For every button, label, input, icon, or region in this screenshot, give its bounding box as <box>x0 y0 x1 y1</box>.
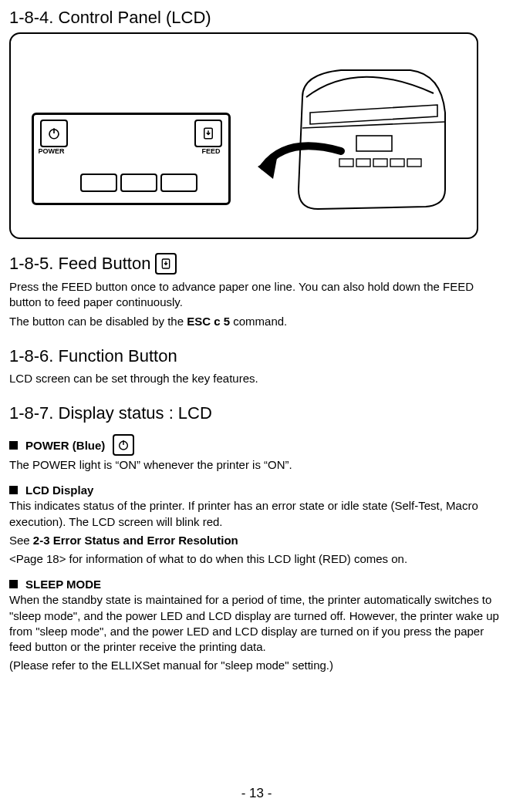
text-power: The POWER light is “ON” whenever the pri… <box>9 457 504 473</box>
paper-feed-icon <box>201 126 215 140</box>
printer-illustration <box>256 51 457 221</box>
bullet-square-icon <box>9 580 18 588</box>
text-185-2b: ESC c 5 <box>187 315 230 328</box>
figure-control-panel: POWER FEED <box>9 32 478 239</box>
bullet-power-title: POWER (Blue) <box>25 439 105 452</box>
text-185-2a: The button can be disabled by the <box>9 315 187 328</box>
power-button-icon <box>40 120 68 147</box>
feed-icon-inline <box>155 253 177 275</box>
power-icon-inline <box>113 434 134 456</box>
bullet-power: POWER (Blue) <box>9 434 504 456</box>
svg-rect-6 <box>373 159 387 167</box>
heading-185-text: 1-8-5. Feed Button <box>9 254 150 274</box>
bullet-square-icon <box>9 486 18 494</box>
text-lcd-3: <Page 18> for information of what to do … <box>9 551 504 567</box>
heading-186: 1-8-6. Function Button <box>9 346 504 366</box>
paper-feed-icon <box>160 258 172 270</box>
bullet-lcd: LCD Display <box>9 483 504 497</box>
text-185-2: The button can be disabled by the ESC c … <box>9 314 504 329</box>
function-button-1 <box>80 174 117 192</box>
heading-187: 1-8-7. Display status : LCD <box>9 403 504 423</box>
bullet-sleep-title: SLEEP MODE <box>25 578 101 591</box>
page-number: - 13 - <box>9 786 504 801</box>
svg-rect-5 <box>356 159 370 167</box>
feed-label: FEED <box>201 147 220 155</box>
power-icon <box>117 439 130 451</box>
function-button-3 <box>160 174 197 192</box>
text-lcd-2a: See <box>9 534 33 547</box>
text-185-1: Press the FEED button once to advance pa… <box>9 279 504 311</box>
function-button-2 <box>120 174 157 192</box>
bullet-square-icon <box>9 441 18 450</box>
svg-rect-4 <box>339 159 353 167</box>
heading-185: 1-8-5. Feed Button <box>9 253 504 275</box>
power-label: POWER <box>39 147 65 155</box>
text-sleep-1: When the standby state is maintained for… <box>9 592 504 655</box>
text-sleep-2: (Please refer to the ELLIXSet manual for… <box>9 658 504 673</box>
svg-rect-3 <box>356 136 392 151</box>
text-185-2c: command. <box>230 315 287 328</box>
page: 1-8-4. Control Panel (LCD) POWER FEED <box>0 0 513 812</box>
bullet-sleep: SLEEP MODE <box>9 578 504 591</box>
text-lcd-2b: 2-3 Error Status and Error Resolution <box>33 534 238 547</box>
control-panel-drawing: POWER FEED <box>32 113 231 205</box>
feed-button-icon <box>194 120 222 147</box>
svg-rect-8 <box>407 159 421 167</box>
power-icon <box>47 126 61 140</box>
text-186-1: LCD screen can be set through the key fe… <box>9 371 504 386</box>
svg-rect-7 <box>390 159 404 167</box>
bullet-lcd-title: LCD Display <box>25 483 93 497</box>
text-lcd-1: This indicates status of the printer. If… <box>9 498 504 530</box>
heading-184: 1-8-4. Control Panel (LCD) <box>9 8 504 28</box>
text-lcd-2: See 2-3 Error Status and Error Resolutio… <box>9 533 504 548</box>
